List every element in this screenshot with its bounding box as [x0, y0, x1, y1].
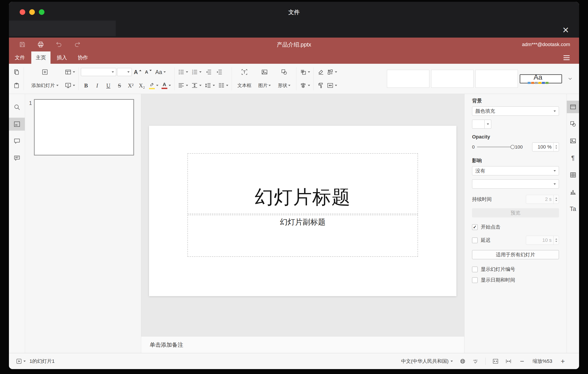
show-date-checkbox[interactable]	[472, 277, 478, 283]
spellcheck-icon[interactable]: ABC	[472, 358, 479, 364]
line-spacing-button[interactable]	[203, 80, 216, 91]
color-scheme-button[interactable]	[326, 67, 338, 77]
panel-item-image-settings[interactable]	[567, 135, 579, 147]
panel-item-paragraph-settings[interactable]: ¶	[567, 152, 579, 164]
start-slideshow-button[interactable]	[64, 80, 76, 91]
shape-align-button[interactable]	[299, 80, 311, 91]
background-color-picker[interactable]	[472, 120, 491, 129]
sidebar-item-slides[interactable]	[9, 118, 25, 131]
paste-button[interactable]	[12, 80, 21, 91]
start-slideshow-status-button[interactable]	[15, 356, 27, 366]
subtitle-placeholder[interactable]: 幻灯片副标题	[188, 215, 418, 257]
apply-all-button[interactable]: 适用于所有幻灯片	[472, 250, 559, 259]
theme-option[interactable]	[387, 70, 429, 88]
numbered-list-button[interactable]: 123	[190, 67, 203, 77]
copy-style-button[interactable]	[316, 80, 326, 91]
delay-row[interactable]: 延迟	[472, 237, 491, 244]
tab-home[interactable]: 主页	[31, 51, 51, 64]
menu-icon[interactable]	[563, 55, 570, 60]
show-date-row[interactable]: 显示日期和时间	[472, 277, 559, 283]
close-traffic-light[interactable]	[20, 9, 25, 15]
theme-gallery-expand-button[interactable]	[565, 73, 575, 84]
sidebar-item-feedback[interactable]	[9, 152, 25, 165]
preview-button[interactable]: 预览	[472, 208, 559, 217]
add-slide-button[interactable]	[40, 67, 50, 77]
tab-insert[interactable]: 插入	[52, 51, 72, 64]
start-on-click-checkbox[interactable]: ✓	[472, 224, 478, 230]
chevron-down-icon	[199, 71, 201, 73]
undo-button[interactable]	[54, 40, 64, 49]
change-case-button[interactable]: Aa	[154, 67, 167, 77]
text-art-icon: Ta	[570, 206, 576, 212]
background-fill-select[interactable]: 颜色填充	[472, 107, 559, 116]
font-color-button[interactable]: A	[160, 80, 172, 91]
slide-layout-button[interactable]	[64, 67, 76, 77]
color-picker-arrow[interactable]	[484, 120, 491, 129]
fit-width-icon[interactable]	[505, 358, 512, 364]
insert-textbox-button[interactable]	[240, 67, 249, 77]
theme-option[interactable]	[475, 70, 518, 88]
spinner-arrows[interactable]	[553, 143, 559, 151]
notes-area[interactable]: 单击添加备注	[141, 336, 464, 353]
redo-button[interactable]	[72, 40, 82, 49]
insert-shape-button[interactable]	[279, 67, 289, 77]
fit-slide-icon[interactable]	[492, 358, 499, 364]
strikethrough-button[interactable]: S	[114, 80, 125, 91]
close-icon[interactable]: ×	[563, 25, 569, 35]
language-selector[interactable]: 中文(中华人民共和国)	[401, 358, 453, 365]
subscript-button[interactable]: X₂	[137, 80, 147, 91]
opacity-min-label: 0	[472, 144, 475, 150]
fullscreen-traffic-light[interactable]	[39, 9, 44, 15]
copy-button[interactable]	[12, 67, 21, 77]
insert-image-button[interactable]	[260, 67, 269, 77]
increase-indent-button[interactable]	[214, 67, 224, 77]
panel-item-shape-settings[interactable]	[567, 118, 579, 130]
opacity-input[interactable]: 100 %	[532, 143, 559, 152]
start-on-click-row[interactable]: ✓ 开始点击	[472, 224, 559, 231]
title-placeholder[interactable]: 幻灯片标题	[188, 153, 418, 214]
panel-item-textart-settings[interactable]: Ta	[567, 203, 579, 215]
opacity-slider-knob[interactable]	[511, 145, 515, 149]
superscript-button[interactable]: X²	[126, 80, 136, 91]
increase-font-button[interactable]: A	[133, 67, 143, 77]
opacity-slider[interactable]	[477, 146, 513, 147]
highlight-color-button[interactable]	[148, 80, 159, 91]
theme-option[interactable]	[431, 70, 474, 88]
print-button[interactable]	[36, 40, 46, 49]
bullet-list-button[interactable]	[177, 67, 189, 77]
bold-button[interactable]: B	[81, 80, 91, 91]
globe-icon[interactable]	[460, 358, 466, 364]
delay-checkbox[interactable]	[472, 238, 478, 243]
zoom-out-button[interactable]: −	[518, 358, 526, 365]
decrease-indent-button[interactable]	[203, 67, 213, 77]
effect-type-select[interactable]	[472, 179, 559, 188]
decrease-font-button[interactable]: A	[143, 67, 153, 77]
show-slide-number-row[interactable]: 显示幻灯片编号	[472, 266, 559, 273]
italic-button[interactable]: I	[92, 80, 102, 91]
font-name-select[interactable]	[81, 68, 116, 76]
horizontal-align-button[interactable]	[177, 80, 189, 91]
tab-collaboration[interactable]: 协作	[73, 51, 93, 64]
save-button[interactable]	[17, 40, 27, 49]
add-slide-menu-button[interactable]: 添加幻灯片	[30, 80, 60, 91]
sidebar-item-comments[interactable]	[9, 135, 25, 148]
panel-item-chart-settings[interactable]	[567, 186, 579, 198]
columns-button[interactable]	[217, 80, 230, 91]
arrange-button[interactable]	[299, 67, 311, 77]
minimize-traffic-light[interactable]	[29, 9, 35, 15]
panel-item-slide-settings[interactable]	[567, 101, 579, 113]
effect-select[interactable]: 没有	[472, 166, 559, 175]
vertical-align-button[interactable]	[190, 80, 203, 91]
tab-file[interactable]: 文件	[10, 51, 30, 64]
show-slide-number-checkbox[interactable]	[472, 267, 478, 272]
panel-item-table-settings[interactable]	[567, 169, 579, 181]
theme-option-selected[interactable]: Aa	[520, 74, 562, 83]
font-size-select[interactable]	[117, 68, 132, 76]
slide-size-button[interactable]	[326, 80, 338, 91]
underline-button[interactable]: U	[103, 80, 114, 91]
sidebar-item-search[interactable]	[9, 101, 25, 114]
slide[interactable]: 幻灯片标题 幻灯片副标题	[149, 126, 456, 296]
zoom-in-button[interactable]: +	[559, 358, 567, 365]
slide-thumbnail[interactable]	[34, 99, 134, 155]
clear-style-button[interactable]	[316, 67, 326, 77]
